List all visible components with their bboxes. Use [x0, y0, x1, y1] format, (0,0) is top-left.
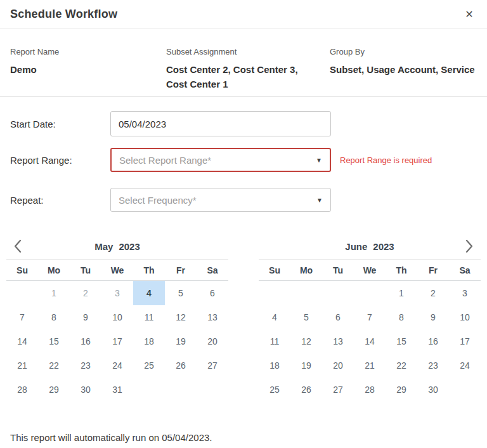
chevron-down-icon: ▼ [316, 157, 322, 164]
weekday-label: We [354, 265, 386, 275]
summary-group-by: Group By Subset, Usage Account, Service [330, 47, 477, 91]
calendar-day[interactable]: 3 [101, 281, 133, 305]
month-label: June [345, 241, 367, 252]
summary-subset-assignment: Subset Assignment Cost Center 2, Cost Ce… [166, 47, 330, 91]
calendar-day[interactable]: 9 [417, 305, 449, 329]
calendar-day[interactable]: 31 [101, 378, 133, 402]
calendar-day[interactable]: 30 [417, 378, 449, 402]
year-label: 2023 [373, 241, 394, 252]
calendar-day[interactable]: 16 [70, 329, 101, 353]
calendar-day[interactable]: 12 [290, 329, 322, 353]
calendar-day[interactable]: 5 [165, 281, 197, 305]
calendar-day[interactable]: 14 [354, 329, 386, 353]
calendar-empty-cell [259, 281, 290, 305]
calendar-day[interactable]: 1 [38, 281, 70, 305]
calendar-day[interactable]: 17 [101, 329, 133, 353]
calendar-day[interactable]: 22 [38, 353, 70, 378]
weekday-label: Su [259, 265, 290, 275]
year-label: 2023 [119, 241, 140, 252]
repeat-label: Repeat: [10, 195, 110, 206]
calendar-day[interactable]: 4 [259, 305, 290, 329]
calendar-day[interactable]: 15 [38, 329, 70, 353]
previous-month-icon[interactable] [6, 235, 29, 258]
calendar-day[interactable]: 29 [386, 378, 417, 402]
weekday-label: We [101, 265, 133, 275]
calendar-day[interactable]: 15 [386, 329, 417, 353]
calendar-day[interactable]: 28 [6, 378, 38, 402]
calendar-day[interactable]: 21 [6, 353, 38, 378]
calendar-day[interactable]: 13 [322, 329, 354, 353]
calendar-day[interactable]: 19 [165, 329, 197, 353]
calendar-empty-cell [449, 378, 481, 402]
calendar-day[interactable]: 29 [38, 378, 70, 402]
report-name-value: Demo [10, 62, 166, 77]
calendar-day[interactable]: 2 [70, 281, 101, 305]
calendar-day[interactable]: 25 [133, 353, 165, 378]
calendar-day[interactable]: 7 [6, 305, 38, 329]
page-title: Schedule Workflow [10, 8, 117, 21]
calendar-day[interactable]: 27 [197, 353, 228, 378]
calendar-day[interactable]: 27 [322, 378, 354, 402]
calendar-day[interactable]: 19 [290, 353, 322, 378]
calendar-day[interactable]: 26 [165, 353, 197, 378]
weekday-label: Su [6, 265, 38, 275]
calendar-day[interactable]: 12 [165, 305, 197, 329]
calendar-day[interactable]: 16 [417, 329, 449, 353]
calendar-day[interactable]: 24 [449, 353, 481, 378]
calendar-day[interactable]: 7 [354, 305, 386, 329]
weekday-label: Mo [38, 265, 70, 275]
calendar-day[interactable]: 18 [133, 329, 165, 353]
month-label: May [94, 241, 113, 252]
repeat-select[interactable]: Select Frequency* ▼ [110, 188, 331, 212]
dialog-header: Schedule Workflow ✕ [0, 0, 487, 29]
calendar-day[interactable]: 24 [101, 353, 133, 378]
calendar-day[interactable]: 6 [322, 305, 354, 329]
calendar-day[interactable]: 13 [197, 305, 228, 329]
calendar-day[interactable]: 17 [449, 329, 481, 353]
calendar-day[interactable]: 28 [354, 378, 386, 402]
calendar-day[interactable]: 21 [354, 353, 386, 378]
calendar-day[interactable]: 26 [290, 378, 322, 402]
calendar-day[interactable]: 4 [133, 281, 165, 305]
report-range-label: Report Range: [10, 155, 110, 166]
calendar-day-grid: 1234567891011121314151617181920212223242… [259, 281, 481, 402]
auto-run-note: This report will automatically run on 05… [10, 432, 477, 443]
summary-report-name: Report Name Demo [10, 47, 166, 91]
calendar-day[interactable]: 23 [417, 353, 449, 378]
calendar-day[interactable]: 25 [259, 378, 290, 402]
calendar-day[interactable]: 8 [386, 305, 417, 329]
calendar-day[interactable]: 10 [449, 305, 481, 329]
calendar-day[interactable]: 2 [417, 281, 449, 305]
calendar-day[interactable]: 18 [259, 353, 290, 378]
calendar-day[interactable]: 10 [101, 305, 133, 329]
calendar-may: May2023 SuMoTuWeThFrSa 12345678910111213… [6, 234, 228, 402]
close-icon[interactable]: ✕ [462, 7, 477, 22]
calendar-day[interactable]: 20 [322, 353, 354, 378]
calendar-day[interactable]: 14 [6, 329, 38, 353]
calendar-day[interactable]: 11 [133, 305, 165, 329]
calendar-day[interactable]: 9 [70, 305, 101, 329]
calendar-empty-cell [133, 378, 165, 402]
next-month-icon[interactable] [458, 235, 481, 258]
report-range-select[interactable]: Select Report Range* ▼ [110, 148, 331, 172]
calendar-day[interactable]: 30 [70, 378, 101, 402]
calendar-day[interactable]: 20 [197, 329, 228, 353]
calendar-day-grid: 1234567891011121314151617181920212223242… [6, 281, 228, 402]
calendar-header: June2023 [259, 234, 481, 259]
calendar-day[interactable]: 8 [38, 305, 70, 329]
calendar-empty-cell [290, 281, 322, 305]
calendar-empty-cell [197, 378, 228, 402]
weekday-label: Fr [165, 265, 197, 275]
calendar-day[interactable]: 23 [70, 353, 101, 378]
start-date-label: Start Date: [10, 119, 110, 129]
calendar-day[interactable]: 1 [386, 281, 417, 305]
calendar-day[interactable]: 5 [290, 305, 322, 329]
calendar-day[interactable]: 6 [197, 281, 228, 305]
calendar-day[interactable]: 3 [449, 281, 481, 305]
calendar-june: June2023 SuMoTuWeThFrSa 1234567891011121… [259, 234, 481, 402]
start-date-input[interactable] [110, 111, 331, 136]
chevron-down-icon: ▼ [316, 197, 323, 204]
weekday-label: Sa [449, 265, 481, 275]
calendar-day[interactable]: 22 [386, 353, 417, 378]
calendar-day[interactable]: 11 [259, 329, 290, 353]
